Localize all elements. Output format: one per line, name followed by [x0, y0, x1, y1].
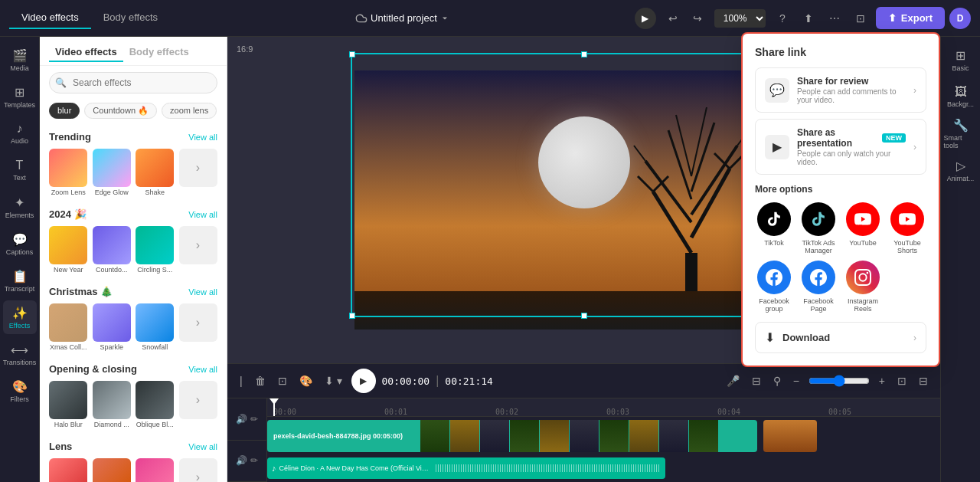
sidebar-item-elements[interactable]: ✦ Elements — [3, 190, 37, 224]
social-tiktok[interactable]: TikTok — [755, 202, 793, 254]
effect-shake[interactable]: Shake — [136, 149, 175, 196]
xmas-label: Xmas Coll... — [50, 343, 87, 351]
sidebar-item-templates[interactable]: ⊞ Templates — [3, 80, 37, 113]
tiktok-label: TikTok — [764, 239, 784, 247]
sidebar-item-captions[interactable]: 💬 Captions — [3, 227, 37, 261]
mic-btn[interactable]: 🎤 — [724, 373, 743, 389]
filter-tag-countdown[interactable]: Countdown 🔥 — [84, 103, 157, 119]
video-clip[interactable]: pexels-david-besh-884788.jpg 00:05:00) — [267, 420, 757, 452]
timeline-cursor-btn[interactable]: | — [237, 373, 246, 389]
timeline-layout-btn[interactable]: ⊟ — [916, 373, 931, 389]
lens-more[interactable]: › — [179, 458, 217, 482]
undo-button[interactable]: ↩ — [662, 8, 684, 29]
social-youtube[interactable]: YouTube — [844, 202, 882, 254]
social-facebook-page[interactable]: Facebook Page — [799, 261, 838, 313]
timeline-color-btn[interactable]: 🎨 — [296, 373, 315, 389]
audio-edit-btn[interactable]: ✏ — [250, 455, 258, 466]
effect-sparkle[interactable]: Sparkle — [93, 303, 132, 351]
share-for-review-btn[interactable]: 💬 Share for review People can add commen… — [755, 67, 926, 113]
countdown-label: Countdo... — [96, 266, 128, 274]
split-btn[interactable]: ⊟ — [749, 373, 764, 389]
sidebar-item-text[interactable]: T Text — [3, 153, 37, 187]
effect-zoom-lens[interactable]: Zoom Lens — [49, 149, 88, 196]
audio-clip[interactable]: ♪ Céline Dion · A New Day Has Come (Offi… — [267, 457, 665, 479]
thumb-2 — [450, 420, 479, 452]
sidebar-item-transitions[interactable]: ⟷ Transitions — [3, 337, 37, 371]
tab-video-effects[interactable]: Video effects — [9, 7, 91, 29]
effect-circling[interactable]: Circling S... — [136, 226, 175, 274]
right-panel-smart-tools[interactable]: 🔧 Smart tools — [944, 116, 978, 150]
layout-button[interactable]: ⊡ — [850, 8, 871, 29]
panel-tab-body[interactable]: Body effects — [123, 43, 195, 62]
more-button[interactable]: ⋯ — [824, 8, 845, 29]
effect-edge-glow[interactable]: Edge Glow — [93, 149, 132, 196]
effect-sharpen[interactable]: Sharpen E... — [93, 458, 132, 482]
right-panel-basic[interactable]: ⊞ Basic — [944, 43, 978, 77]
effect-halo-blur[interactable]: Halo Blur — [49, 381, 88, 428]
tab-body-effects[interactable]: Body effects — [91, 7, 170, 29]
christmas-more[interactable]: › — [179, 303, 217, 342]
effect-optical[interactable]: Optical Zo... — [49, 458, 88, 482]
right-panel-background[interactable]: 🖼 Backgr... — [944, 80, 978, 113]
trending-more[interactable]: › — [179, 149, 217, 187]
social-facebook-group[interactable]: Facebook group — [755, 261, 793, 313]
fullscreen-btn[interactable]: ⊡ — [894, 373, 910, 389]
opening-more[interactable]: › — [179, 381, 217, 419]
timeline-crop-btn[interactable]: ⊡ — [275, 373, 290, 389]
zoom-out-btn[interactable]: − — [790, 373, 802, 389]
play-pause-button[interactable]: ▶ — [351, 369, 376, 393]
sidebar-item-filters[interactable]: 🎨 Filters — [3, 374, 37, 408]
effect-new-year[interactable]: New Year — [49, 226, 88, 274]
download-btn[interactable]: ⬇ Download › — [755, 322, 926, 353]
search-input[interactable] — [49, 72, 217, 93]
effect-xmas[interactable]: Xmas Coll... — [49, 303, 88, 351]
share-button[interactable]: ⬆ — [798, 8, 819, 29]
sidebar-item-audio[interactable]: ♪ Audio — [3, 116, 37, 150]
share-as-presentation-btn[interactable]: ▶ Share as presentation NEW People can o… — [755, 119, 926, 175]
youtube-label: YouTube — [849, 239, 876, 247]
mark-3: 00:03 — [606, 408, 629, 416]
zoom-slider[interactable] — [808, 375, 870, 387]
filter-tag-blur[interactable]: blur — [49, 103, 80, 119]
project-name-btn[interactable]: Untitled project — [355, 12, 449, 25]
effect-snowfall[interactable]: Snowfall — [136, 303, 175, 351]
redo-button[interactable]: ↪ — [687, 8, 708, 29]
opening-closing-title: Opening & closing — [49, 363, 137, 375]
sidebar-item-media[interactable]: 🎬 Media — [3, 43, 37, 77]
2024-view-all[interactable]: View all — [188, 210, 217, 219]
social-instagram[interactable]: Instagram Reels — [844, 261, 882, 313]
trending-view-all[interactable]: View all — [188, 133, 217, 142]
tiktok-icon — [757, 202, 791, 236]
social-youtube-shorts[interactable]: YouTube Shorts — [888, 202, 926, 254]
zoom-select[interactable]: 100% 75% 50% — [714, 9, 766, 28]
extra-video-clip[interactable] — [763, 420, 817, 452]
audio-volume-btn[interactable]: 🔊 — [236, 455, 247, 466]
mark-1: 00:01 — [384, 408, 407, 416]
export-button[interactable]: ⬆ Export — [876, 7, 945, 29]
social-tiktok-ads[interactable]: TikTok Ads Manager — [799, 202, 838, 254]
effect-countdown[interactable]: Countdo... — [93, 226, 132, 274]
help-button[interactable]: ? — [772, 8, 793, 29]
video-edit-btn[interactable]: ✏ — [250, 414, 258, 425]
effect-smart[interactable]: Smart Sha... — [136, 458, 175, 482]
2024-more[interactable]: › — [179, 226, 217, 264]
sidebar-item-effects[interactable]: ✨ Effects — [3, 300, 37, 334]
right-panel-animate[interactable]: ▷ Animat... — [944, 153, 978, 187]
play-button[interactable]: ▶ — [635, 8, 656, 29]
timeline-delete-btn[interactable]: 🗑 — [252, 373, 269, 389]
sidebar-item-transcript[interactable]: 📋 Transcript — [3, 264, 37, 297]
magnet-btn[interactable]: ⚲ — [770, 373, 784, 389]
christmas-grid: Xmas Coll... Sparkle Snowfall › — [49, 303, 217, 351]
background-label: Backgr... — [947, 100, 974, 108]
lens-view-all[interactable]: View all — [188, 442, 217, 451]
facebook-page-label: Facebook Page — [799, 297, 838, 313]
video-volume-btn[interactable]: 🔊 — [236, 414, 247, 425]
timeline-download-btn[interactable]: ⬇ ▾ — [322, 373, 345, 389]
filter-tag-zoom[interactable]: zoom lens — [162, 103, 217, 119]
panel-tab-video[interactable]: Video effects — [49, 43, 123, 62]
christmas-view-all[interactable]: View all — [188, 287, 217, 297]
opening-closing-view-all[interactable]: View all — [188, 365, 217, 374]
zoom-in-btn[interactable]: + — [876, 373, 888, 389]
effect-diamond[interactable]: Diamond ... — [93, 381, 132, 428]
effect-oblique[interactable]: Oblique Bl... — [136, 381, 175, 428]
